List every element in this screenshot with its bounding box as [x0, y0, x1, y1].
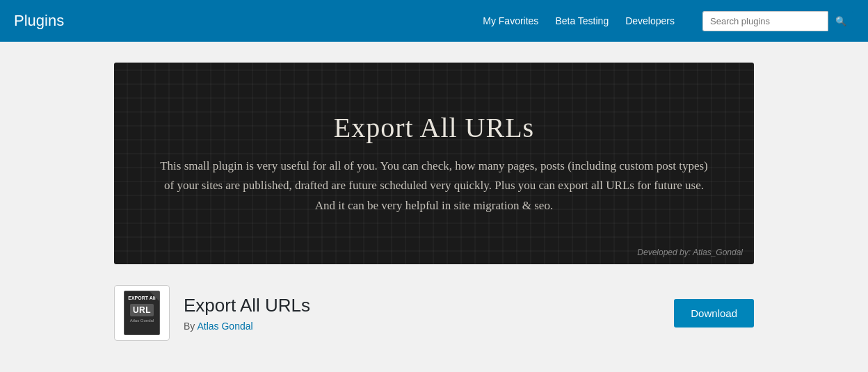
file-icon-body: EXPORT All URL Atlas Gondal — [124, 291, 160, 335]
plugin-icon: EXPORT All URL Atlas Gondal — [114, 285, 170, 341]
search-button[interactable]: 🔍 — [828, 11, 854, 31]
icon-top-text: EXPORT All — [128, 296, 155, 301]
banner-description: This small plugin is very useful for all… — [156, 156, 712, 215]
download-button[interactable]: Download — [674, 299, 754, 327]
plugin-info-row: EXPORT All URL Atlas Gondal Export All U… — [114, 278, 754, 348]
header: Plugins My Favorites Beta Testing Develo… — [0, 0, 868, 42]
banner-content: Export All URLs This small plugin is ver… — [114, 90, 754, 236]
icon-bottom-text: Atlas Gondal — [130, 318, 154, 323]
banner-credit: Developed by: Atlas_Gondal — [637, 248, 743, 257]
plugin-name: Export All URLs — [184, 295, 674, 316]
author-link[interactable]: Atlas Gondal — [197, 321, 252, 332]
nav-favorites[interactable]: My Favorites — [483, 15, 538, 26]
site-title: Plugins — [14, 12, 64, 30]
banner-title: Export All URLs — [156, 111, 712, 144]
plugin-details: Export All URLs By Atlas Gondal — [184, 295, 674, 332]
search-icon: 🔍 — [835, 16, 846, 26]
file-icon: EXPORT All URL Atlas Gondal — [124, 291, 160, 335]
nav: My Favorites Beta Testing Developers 🔍 — [483, 11, 854, 31]
plugin-author: By Atlas Gondal — [184, 321, 674, 332]
search-form: 🔍 — [702, 11, 854, 31]
plugin-banner: Export All URLs This small plugin is ver… — [114, 63, 754, 264]
main-content: Export All URLs This small plugin is ver… — [100, 63, 768, 348]
nav-beta-testing[interactable]: Beta Testing — [555, 15, 609, 26]
search-input[interactable] — [702, 11, 828, 31]
icon-url-badge: URL — [130, 304, 154, 316]
nav-developers[interactable]: Developers — [625, 15, 675, 26]
author-prefix: By — [184, 321, 195, 332]
